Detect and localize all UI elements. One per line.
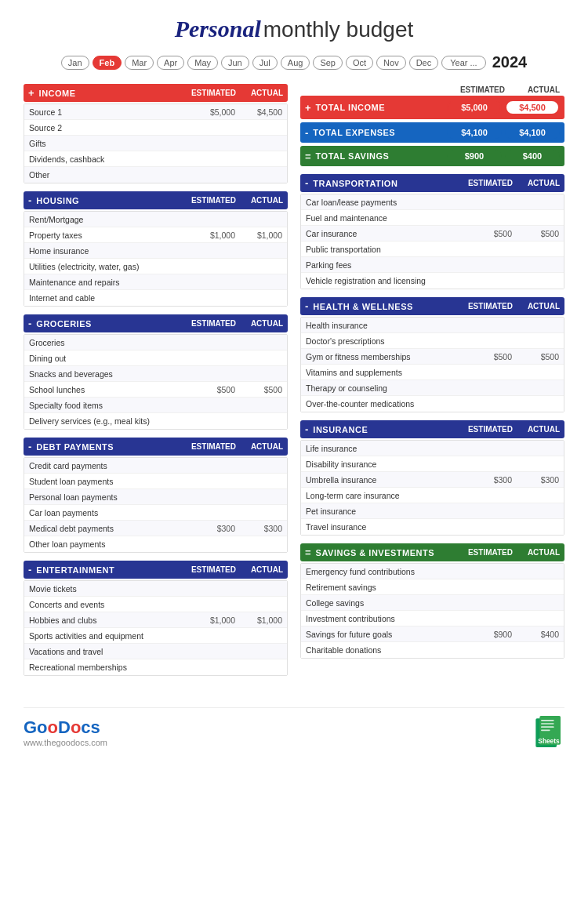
income-header: + INCOME Estimated Actual (24, 84, 288, 102)
table-row: Home insurance (24, 243, 287, 259)
svg-rect-2 (541, 720, 554, 721)
transportation-sign: - (305, 177, 308, 189)
total-expenses-estimated: $4,100 (447, 126, 502, 139)
insurance-header: - INSURANCE Estimated Actual (300, 420, 564, 438)
month-mar[interactable]: Mar (125, 56, 154, 70)
month-jun[interactable]: Jun (221, 56, 249, 70)
debt-section: - DEBT PAYMENTS Estimated Actual Credit … (24, 438, 288, 553)
total-expenses-row: - TOTAL EXPENSES $4,100 $4,100 (300, 122, 564, 143)
month-aug[interactable]: Aug (281, 56, 310, 70)
insurance-col-act: Actual (513, 425, 560, 434)
month-apr[interactable]: Apr (157, 56, 184, 70)
entertainment-rows: Movie tickets Concerts and events Hobbie… (24, 580, 288, 676)
month-tabs: Jan Feb Mar Apr May Jun Jul Aug Sep Oct … (24, 53, 564, 71)
table-row: Rent/Mortgage (24, 212, 287, 227)
summary-section: ESTIMATED ACTUAL + TOTAL INCOME $5,000 $… (300, 84, 564, 166)
table-row: Charitable donations (301, 642, 564, 658)
table-row: Car insurance$500$500 (301, 226, 564, 242)
table-row: Long-term care insurance (301, 488, 564, 503)
table-row: Credit card payments (24, 458, 287, 474)
month-jul[interactable]: Jul (252, 56, 278, 70)
income-label: INCOME (39, 89, 181, 98)
page-title: Personal monthly budget (24, 16, 564, 42)
table-row: Emergency fund contributions (301, 564, 564, 579)
income-section: + INCOME Estimated Actual Source 1$5,000… (24, 84, 288, 183)
month-feb[interactable]: Feb (93, 56, 122, 70)
insurance-sign: - (305, 423, 308, 435)
svg-rect-3 (541, 723, 554, 724)
housing-rows: Rent/Mortgage Property taxes$1,000$1,000… (24, 211, 288, 307)
housing-sign: - (28, 194, 31, 206)
table-row: Fuel and maintenance (301, 210, 564, 226)
table-row: Dividends, cashback (24, 151, 287, 167)
month-may[interactable]: May (187, 56, 218, 70)
insurance-rows: Life insurance Disability insurance Umbr… (300, 440, 564, 536)
month-sep[interactable]: Sep (313, 56, 343, 70)
month-jan[interactable]: Jan (61, 56, 89, 70)
total-savings-actual: $400 (505, 150, 560, 162)
sheets-icon: Sheets (533, 716, 564, 747)
total-income-label: TOTAL INCOME (316, 103, 447, 112)
table-row: Life insurance (301, 441, 564, 456)
table-row: Property taxes$1,000$1,000 (24, 227, 287, 243)
health-header: - HEALTH & WELLNESS Estimated Actual (300, 297, 564, 315)
title-personal: Personal (175, 16, 261, 42)
housing-label: HOUSING (36, 196, 181, 205)
groceries-rows: Groceries Dining out Snacks and beverage… (24, 334, 288, 430)
table-row: Doctor's prescriptions (301, 333, 564, 349)
entertainment-header: - ENTERTAINMENT Estimated Actual (24, 561, 288, 579)
table-row: Vitamins and supplements (301, 365, 564, 380)
debt-col-est: Estimated (181, 442, 236, 451)
table-row: Specialty food items (24, 398, 287, 413)
table-row: Vehicle registration and licensing (301, 273, 564, 289)
table-row: Savings for future goals$900$400 (301, 626, 564, 642)
income-sign: + (28, 87, 34, 99)
health-col-act: Actual (513, 302, 560, 310)
debt-rows: Credit card payments Student loan paymen… (24, 457, 288, 553)
summary-act-header: ACTUAL (505, 85, 560, 94)
right-column: ESTIMATED ACTUAL + TOTAL INCOME $5,000 $… (300, 84, 564, 684)
sheets-icon-block: Sheets (533, 716, 564, 749)
total-savings-estimated: $900 (447, 150, 502, 162)
savings-sign: = (305, 547, 311, 558)
insurance-col-est: Estimated (458, 425, 513, 434)
table-row: Car loan payments (24, 505, 287, 521)
entertainment-label: ENTERTAINMENT (36, 565, 181, 575)
table-row: Sports activities and equipment (24, 628, 287, 644)
table-row: Utilities (electricity, water, gas) (24, 259, 287, 274)
total-savings-label: TOTAL SAVINGS (316, 151, 447, 161)
savings-section: = SAVINGS & INVESTMENTS Estimated Actual… (300, 543, 564, 659)
savings-rows: Emergency fund contributions Retirement … (300, 563, 564, 659)
year-tab[interactable]: Year ... (441, 56, 485, 70)
table-row: Movie tickets (24, 581, 287, 597)
svg-rect-4 (541, 726, 554, 728)
table-row: Pet insurance (301, 503, 564, 519)
brand-block: GooDocs www.thegoodocs.com (24, 717, 107, 747)
housing-col-est: Estimated (181, 196, 236, 205)
month-oct[interactable]: Oct (346, 56, 373, 70)
health-sign: - (305, 300, 308, 312)
total-expenses-label: TOTAL EXPENSES (313, 128, 447, 137)
total-income-row: + TOTAL INCOME $5,000 $4,500 (300, 96, 564, 119)
entertainment-col-est: Estimated (181, 565, 236, 574)
table-row: Groceries (24, 335, 287, 350)
table-row: Umbrella insurance$300$300 (301, 472, 564, 488)
health-col-est: Estimated (458, 302, 513, 310)
savings-col-est: Estimated (458, 548, 513, 557)
left-column: + INCOME Estimated Actual Source 1$5,000… (24, 84, 288, 684)
title-rest: monthly budget (263, 17, 413, 42)
transportation-label: TRANSPORTATION (313, 179, 458, 188)
housing-section: - HOUSING Estimated Actual Rent/Mortgage… (24, 191, 288, 307)
table-row: Health insurance (301, 318, 564, 333)
savings-col-act: Actual (513, 548, 560, 557)
total-income-actual: $4,500 (505, 100, 560, 115)
groceries-label: GROCERIES (36, 319, 181, 329)
table-row: Vacations and travel (24, 644, 287, 659)
month-nov[interactable]: Nov (376, 56, 406, 70)
table-row: Internet and cable (24, 290, 287, 306)
income-rows: Source 1$5,000$4,500 Source 2 Gifts Divi… (24, 104, 288, 183)
table-row: Gifts (24, 136, 287, 151)
entertainment-col-act: Actual (236, 565, 283, 574)
month-dec[interactable]: Dec (409, 56, 439, 70)
table-row: Medical debt payments$300$300 (24, 521, 287, 536)
